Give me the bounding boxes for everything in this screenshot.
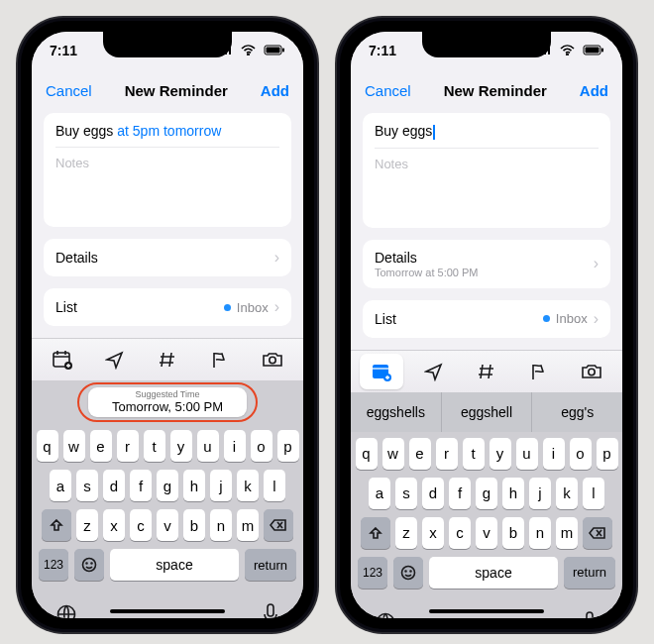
key-p[interactable]: p bbox=[277, 430, 299, 462]
key-c[interactable]: c bbox=[449, 517, 471, 549]
key-row-1: qwertyuiop bbox=[355, 438, 618, 470]
key-l[interactable]: l bbox=[264, 470, 285, 501]
key-p[interactable]: p bbox=[597, 438, 618, 470]
key-n[interactable]: n bbox=[529, 517, 551, 549]
key-x[interactable]: x bbox=[422, 517, 444, 549]
notes-input[interactable]: Notes bbox=[55, 147, 279, 217]
location-button[interactable] bbox=[412, 354, 456, 389]
notes-input[interactable]: Notes bbox=[375, 148, 599, 218]
cancel-button[interactable]: Cancel bbox=[46, 82, 92, 99]
key-b[interactable]: b bbox=[183, 509, 205, 541]
key-c[interactable]: c bbox=[130, 509, 152, 541]
key-v[interactable]: v bbox=[157, 509, 178, 541]
key-i[interactable]: i bbox=[543, 438, 565, 470]
key-k[interactable]: k bbox=[237, 470, 259, 501]
key-s[interactable]: s bbox=[76, 470, 98, 501]
add-button[interactable]: Add bbox=[580, 82, 608, 99]
key-d[interactable]: d bbox=[103, 470, 125, 501]
numbers-key[interactable]: 123 bbox=[358, 557, 387, 589]
prediction-1[interactable]: eggshells bbox=[351, 392, 441, 432]
key-f[interactable]: f bbox=[130, 470, 152, 501]
key-f[interactable]: f bbox=[449, 478, 471, 509]
svg-rect-3 bbox=[282, 49, 284, 53]
space-key[interactable]: space bbox=[429, 557, 558, 589]
svg-point-18 bbox=[589, 369, 595, 375]
key-m[interactable]: m bbox=[556, 517, 578, 549]
shift-key[interactable] bbox=[42, 509, 71, 541]
globe-icon[interactable] bbox=[375, 611, 396, 618]
cancel-button[interactable]: Cancel bbox=[365, 82, 411, 99]
details-row[interactable]: Details Tomorrow at 5:00 PM › bbox=[363, 240, 610, 288]
key-t[interactable]: t bbox=[144, 430, 165, 462]
key-s[interactable]: s bbox=[395, 478, 417, 509]
key-j[interactable]: j bbox=[529, 478, 551, 509]
key-m[interactable]: m bbox=[237, 509, 259, 541]
key-u[interactable]: u bbox=[197, 430, 219, 462]
key-l[interactable]: l bbox=[583, 478, 604, 509]
flag-button[interactable] bbox=[517, 354, 561, 389]
shift-key[interactable] bbox=[361, 517, 390, 549]
add-button[interactable]: Add bbox=[261, 82, 289, 99]
camera-button[interactable] bbox=[251, 342, 294, 377]
quick-toolbar bbox=[32, 338, 303, 380]
key-r[interactable]: r bbox=[117, 430, 139, 462]
key-x[interactable]: x bbox=[103, 509, 125, 541]
key-v[interactable]: v bbox=[476, 517, 497, 549]
return-key[interactable]: return bbox=[564, 557, 615, 589]
flag-button[interactable] bbox=[198, 342, 242, 377]
emoji-key[interactable] bbox=[393, 557, 423, 589]
tag-button[interactable] bbox=[465, 354, 508, 389]
key-h[interactable]: h bbox=[183, 470, 205, 501]
prediction-2[interactable]: eggshell bbox=[442, 392, 532, 432]
key-w[interactable]: w bbox=[63, 430, 85, 462]
key-y[interactable]: y bbox=[170, 430, 192, 462]
key-j[interactable]: j bbox=[210, 470, 232, 501]
key-y[interactable]: y bbox=[490, 438, 511, 470]
home-indicator[interactable] bbox=[429, 609, 544, 613]
key-h[interactable]: h bbox=[502, 478, 524, 509]
key-d[interactable]: d bbox=[422, 478, 444, 509]
globe-icon[interactable] bbox=[55, 603, 77, 618]
key-i[interactable]: i bbox=[224, 430, 246, 462]
key-g[interactable]: g bbox=[157, 470, 178, 501]
key-z[interactable]: z bbox=[395, 517, 417, 549]
key-t[interactable]: t bbox=[463, 438, 485, 470]
key-o[interactable]: o bbox=[570, 438, 592, 470]
key-k[interactable]: k bbox=[556, 478, 578, 509]
key-u[interactable]: u bbox=[516, 438, 538, 470]
backspace-key[interactable] bbox=[264, 509, 293, 541]
location-button[interactable] bbox=[93, 342, 137, 377]
key-r[interactable]: r bbox=[436, 438, 458, 470]
calendar-button[interactable] bbox=[360, 354, 403, 389]
numbers-key[interactable]: 123 bbox=[39, 549, 68, 581]
key-q[interactable]: q bbox=[37, 430, 58, 462]
key-z[interactable]: z bbox=[76, 509, 98, 541]
home-indicator[interactable] bbox=[110, 609, 225, 613]
key-w[interactable]: w bbox=[382, 438, 404, 470]
emoji-key[interactable] bbox=[74, 549, 104, 581]
tag-button[interactable] bbox=[146, 342, 189, 377]
backspace-key[interactable] bbox=[583, 517, 612, 549]
key-q[interactable]: q bbox=[356, 438, 378, 470]
prediction-3[interactable]: egg's bbox=[532, 392, 622, 432]
suggested-time-pill[interactable]: Suggested Time Tomorrow, 5:00 PM bbox=[88, 387, 247, 417]
list-row[interactable]: List Inbox › bbox=[44, 288, 291, 326]
space-key[interactable]: space bbox=[110, 549, 239, 581]
key-a[interactable]: a bbox=[369, 478, 390, 509]
title-input[interactable]: Buy eggs bbox=[375, 123, 599, 140]
key-a[interactable]: a bbox=[50, 470, 71, 501]
camera-button[interactable] bbox=[570, 354, 613, 389]
mic-icon[interactable] bbox=[581, 610, 599, 618]
return-key[interactable]: return bbox=[245, 549, 296, 581]
key-g[interactable]: g bbox=[476, 478, 497, 509]
title-input[interactable]: Buy eggs at 5pm tomorrow bbox=[55, 123, 279, 139]
mic-icon[interactable] bbox=[262, 602, 279, 618]
details-row[interactable]: Details › bbox=[44, 239, 291, 276]
calendar-button[interactable] bbox=[41, 342, 84, 377]
key-e[interactable]: e bbox=[409, 438, 431, 470]
key-o[interactable]: o bbox=[251, 430, 272, 462]
list-row[interactable]: List Inbox › bbox=[363, 300, 610, 338]
key-n[interactable]: n bbox=[210, 509, 232, 541]
key-b[interactable]: b bbox=[502, 517, 524, 549]
key-e[interactable]: e bbox=[90, 430, 112, 462]
